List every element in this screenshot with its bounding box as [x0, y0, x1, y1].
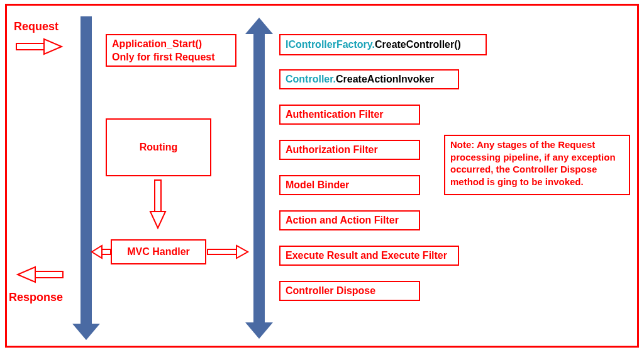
cai-black: CreateActionInvoker: [336, 73, 435, 86]
controller-dispose-text: Controller Dispose: [286, 285, 375, 298]
action-filter-text: Action and Action Filter: [286, 214, 399, 227]
svg-marker-1: [44, 39, 62, 54]
routing-box: Routing: [106, 118, 211, 176]
authz-filter-text: Authorization Filter: [286, 144, 378, 157]
appstart-l2: Only for first Request: [112, 52, 215, 62]
handler-left-arrow-icon: [91, 244, 112, 262]
cai-teal: Controller.: [286, 73, 336, 86]
svg-rect-2: [35, 271, 63, 278]
svg-marker-9: [236, 246, 248, 258]
execute-result-box: Execute Result and Execute Filter: [279, 246, 459, 266]
svg-marker-5: [150, 212, 165, 228]
cf-teal: IControllerFactory.: [286, 38, 375, 52]
svg-rect-6: [102, 249, 111, 254]
svg-marker-3: [18, 267, 35, 282]
mvc-handler-text: MVC Handler: [127, 246, 190, 259]
left-flow-arrow-icon: [80, 16, 92, 325]
request-label: Request: [14, 20, 58, 33]
authz-filter-box: Authorization Filter: [279, 140, 420, 160]
model-binder-text: Model Binder: [286, 179, 349, 192]
application-start-box: Application_Start() Only for first Reque…: [106, 34, 236, 67]
handler-right-arrow-icon: [206, 244, 250, 262]
response-arrow-icon: [15, 264, 65, 287]
controller-factory-box: IControllerFactory.CreateController(): [279, 34, 487, 55]
action-filter-box: Action and Action Filter: [279, 210, 420, 230]
create-action-invoker-box: Controller.CreateActionInvoker: [279, 69, 459, 89]
appstart-l1: Application_Start(): [112, 38, 202, 49]
auth-filter-text: Authentication Filter: [286, 108, 384, 122]
routing-to-handler-arrow-icon: [148, 179, 167, 233]
routing-text: Routing: [140, 141, 177, 154]
svg-rect-0: [16, 43, 44, 50]
response-label: Response: [9, 291, 63, 304]
auth-filter-box: Authentication Filter: [279, 105, 420, 125]
controller-dispose-box: Controller Dispose: [279, 281, 420, 301]
note-box: Note: Any stages of the Request processi…: [444, 135, 630, 195]
svg-rect-4: [155, 180, 161, 212]
mvc-handler-box: MVC Handler: [111, 239, 206, 264]
cf-black: CreateController(): [375, 38, 461, 52]
request-arrow-icon: [15, 37, 65, 59]
right-flow-arrow-icon: [253, 33, 265, 324]
model-binder-box: Model Binder: [279, 175, 420, 195]
note-text: Note: Any stages of the Request processi…: [450, 139, 616, 187]
svg-marker-7: [92, 246, 102, 258]
svg-rect-8: [208, 249, 236, 254]
execute-result-text: Execute Result and Execute Filter: [286, 249, 447, 263]
